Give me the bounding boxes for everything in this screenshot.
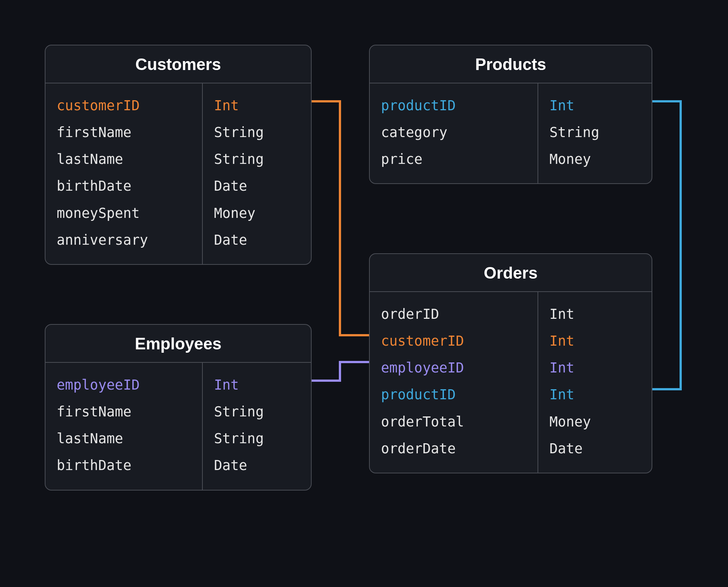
field-name: productID [381,92,526,119]
field-name: lastName [57,425,191,452]
table-body: customerID firstName lastName birthDate … [45,83,311,264]
field-type: Money [549,146,640,173]
field-name: firstName [57,399,191,425]
field-name: employeeID [381,355,526,381]
field-name: employeeID [57,372,191,399]
field-name: birthDate [57,452,191,479]
field-names-column: employeeID firstName lastName birthDate [45,363,202,490]
connector-employees-orders [312,362,369,381]
table-body: employeeID firstName lastName birthDate … [45,363,311,490]
field-type: Int [549,355,640,381]
field-type: Money [214,200,300,227]
table-title: Customers [45,45,311,83]
field-type: Date [214,173,300,200]
field-name: orderTotal [381,409,526,435]
field-type: Date [214,452,300,479]
field-name: customerID [57,92,191,119]
table-title: Products [370,45,652,83]
field-types-column: Int Int Int Int Money Date [538,292,652,473]
connector-customers-orders [312,101,369,335]
field-type: Int [549,92,640,119]
field-name: birthDate [57,173,191,200]
field-name: firstName [57,119,191,146]
field-type: Money [549,409,640,435]
field-name: lastName [57,146,191,173]
field-types-column: Int String Money [538,83,652,183]
field-name: orderID [381,301,526,328]
field-names-column: productID category price [370,83,538,183]
connector-products-orders [652,101,681,389]
field-type: Date [549,435,640,462]
field-type: String [214,425,300,452]
er-diagram-canvas: Customers customerID firstName lastName … [0,0,728,587]
field-type: String [214,119,300,146]
field-names-column: orderID customerID employeeID productID … [370,292,538,473]
field-type: Int [549,328,640,355]
field-name: orderDate [381,435,526,462]
table-orders: Orders orderID customerID employeeID pro… [369,253,652,473]
field-type: Date [214,227,300,254]
table-title: Orders [370,254,652,292]
field-name: category [381,119,526,146]
table-body: productID category price Int String Mone… [370,83,652,183]
table-employees: Employees employeeID firstName lastName … [45,324,312,491]
field-name: anniversary [57,227,191,254]
table-products: Products productID category price Int St… [369,45,652,184]
field-names-column: customerID firstName lastName birthDate … [45,83,202,264]
table-title: Employees [45,325,311,363]
field-name: customerID [381,328,526,355]
table-customers: Customers customerID firstName lastName … [45,45,312,265]
field-type: String [549,119,640,146]
table-body: orderID customerID employeeID productID … [370,292,652,473]
field-type: Int [214,372,300,399]
field-types-column: Int String String Date Money Date [203,83,311,264]
field-type: Int [549,301,640,328]
field-types-column: Int String String Date [203,363,311,490]
field-name: moneySpent [57,200,191,227]
field-type: String [214,146,300,173]
field-type: String [214,399,300,425]
field-type: Int [549,381,640,408]
field-name: productID [381,381,526,408]
field-name: price [381,146,526,173]
field-type: Int [214,92,300,119]
